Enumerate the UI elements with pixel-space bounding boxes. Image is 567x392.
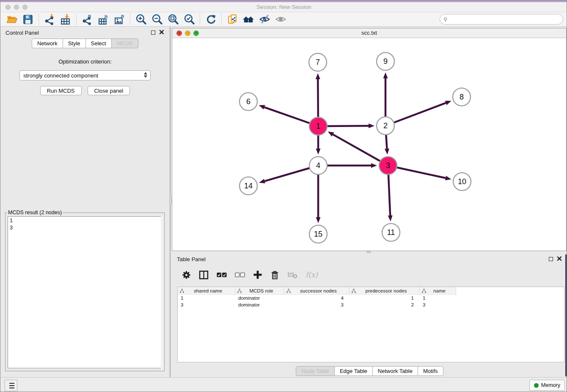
table-cell[interactable]: 1 [178, 295, 235, 301]
export-image-button[interactable] [111, 13, 127, 26]
memory-button[interactable]: Memory [529, 380, 565, 391]
import-network-button[interactable] [41, 13, 58, 26]
tab-node-table[interactable]: Node Table [296, 366, 335, 376]
node-label-2: 2 [383, 121, 388, 130]
function-builder-button-disabled: f(x) [306, 271, 318, 279]
refresh-button[interactable] [203, 13, 219, 26]
close-panel-icon[interactable]: ✕ [159, 30, 165, 35]
hide-graphics-details-button[interactable] [256, 13, 272, 26]
show-details-eye-icon [275, 14, 286, 25]
result-scrollbar[interactable] [161, 216, 164, 370]
column-header-name[interactable]: name [420, 287, 456, 295]
home-icon [242, 14, 254, 25]
arrowhead-1-2 [369, 124, 374, 128]
mcds-result-text[interactable]: 1 3 [8, 216, 162, 368]
control-panel-tabs: NetworkStyleSelectMCDS [0, 39, 170, 48]
export-table-button[interactable] [95, 13, 111, 26]
arrowhead-3-10 [445, 176, 451, 180]
float-panel-icon[interactable] [151, 30, 155, 35]
column-header-successor-nodes[interactable]: successor nodes [284, 287, 350, 295]
zoom-fit-button[interactable] [165, 13, 181, 26]
arrowhead-2-8 [445, 101, 451, 105]
criterion-select[interactable]: strongly connected component [19, 70, 151, 80]
arrowhead-2-3 [385, 149, 389, 155]
mcds-result-title: MCDS result (2 nodes) [7, 210, 63, 215]
zoom-fit-icon [168, 14, 179, 25]
import-table-button[interactable] [58, 13, 74, 26]
node-label-15: 15 [314, 230, 322, 238]
add-row-button[interactable] [253, 270, 262, 279]
node-label-1: 1 [316, 122, 320, 130]
hierarchy-icon [422, 289, 426, 293]
show-graphics-details-button[interactable] [272, 13, 289, 26]
table-cell[interactable]: 4 [284, 295, 350, 301]
gear-icon [182, 271, 191, 279]
clone-network-button[interactable] [224, 13, 240, 26]
task-history-button[interactable] [5, 380, 17, 391]
table-settings-button[interactable] [182, 271, 191, 279]
save-session-button[interactable] [20, 13, 36, 26]
table-cell[interactable]: 1 [420, 295, 456, 301]
table-cell[interactable]: 1 [350, 295, 420, 301]
node-label-6: 6 [246, 97, 250, 106]
table-cell[interactable]: 3 [178, 301, 235, 308]
desktop-edge [565, 254, 567, 376]
delete-row-button[interactable] [270, 270, 279, 280]
edge-3-1[interactable] [333, 135, 388, 166]
arrowhead-1-6 [259, 105, 265, 109]
table-cell[interactable]: dominator [235, 295, 284, 301]
node-label-3: 3 [386, 161, 390, 170]
tab-select[interactable]: Select [85, 39, 112, 48]
toolbar-separator [130, 14, 130, 25]
column-header-MCDS-role[interactable]: MCDS role [235, 287, 284, 295]
search-input[interactable] [440, 14, 563, 25]
column-header-predecessor-nodes[interactable]: predecessor nodes [350, 287, 420, 295]
tab-edge-table[interactable]: Edge Table [334, 366, 373, 376]
network-titlebar[interactable]: × − + scc.txt [172, 28, 566, 38]
zoom-out-button[interactable] [149, 13, 165, 26]
export-network-button[interactable] [79, 13, 95, 26]
column-label: MCDS role [243, 288, 284, 293]
zoom-in-button[interactable] [133, 13, 149, 26]
select-stepper-icon [144, 72, 147, 78]
table-panel-title: Table Panel [177, 256, 206, 262]
arrowhead-2-9 [383, 72, 388, 78]
zoom-selected-icon [184, 14, 195, 25]
close-table-panel-icon[interactable]: ✕ [556, 257, 562, 261]
toolbar-separator [39, 14, 39, 25]
memory-label: Memory [541, 382, 560, 388]
edge-2-8[interactable] [385, 103, 446, 126]
toolbar-separator [76, 14, 77, 25]
deselect-all-button[interactable] [235, 272, 245, 278]
hierarchy-icon [237, 289, 242, 293]
table-row[interactable]: 3dominator323 [178, 301, 564, 308]
main-toolbar: ⚲ [0, 12, 567, 27]
table-cell[interactable]: 3 [284, 301, 350, 308]
tab-motifs[interactable]: Motifs [418, 366, 443, 376]
home-button[interactable] [240, 13, 256, 26]
column-view-button[interactable] [199, 270, 209, 280]
table-row[interactable]: 1dominator411 [178, 295, 564, 301]
column-header-shared-name[interactable]: shared name [178, 287, 235, 295]
tab-style[interactable]: Style [63, 39, 86, 48]
node-table[interactable]: shared nameMCDS rolesuccessor nodesprede… [177, 287, 564, 362]
table-cell[interactable]: dominator [235, 301, 284, 308]
run-mcds-button[interactable]: Run MCDS [40, 86, 82, 95]
open-session-button[interactable] [4, 13, 20, 26]
plus-icon [253, 270, 262, 279]
zoom-selected-button[interactable] [181, 13, 197, 26]
node-label-9: 9 [383, 57, 388, 66]
network-view-title: scc.txt [172, 30, 566, 36]
table-body: 1dominator4113dominator323 [178, 295, 564, 308]
float-table-panel-icon[interactable] [549, 257, 553, 261]
tab-mcds[interactable]: MCDS [111, 39, 138, 48]
table-toolbar: f(x) [182, 268, 567, 281]
table-cell[interactable]: 3 [420, 301, 456, 308]
table-cell[interactable]: 2 [350, 301, 420, 308]
select-all-icon [217, 272, 227, 278]
tab-network[interactable]: Network [32, 39, 63, 48]
select-all-button[interactable] [217, 272, 227, 278]
close-panel-button[interactable]: Close panel [88, 86, 130, 95]
tab-network-table[interactable]: Network Table [372, 366, 418, 376]
network-graph-canvas[interactable]: 7968124314101511 [172, 38, 566, 251]
